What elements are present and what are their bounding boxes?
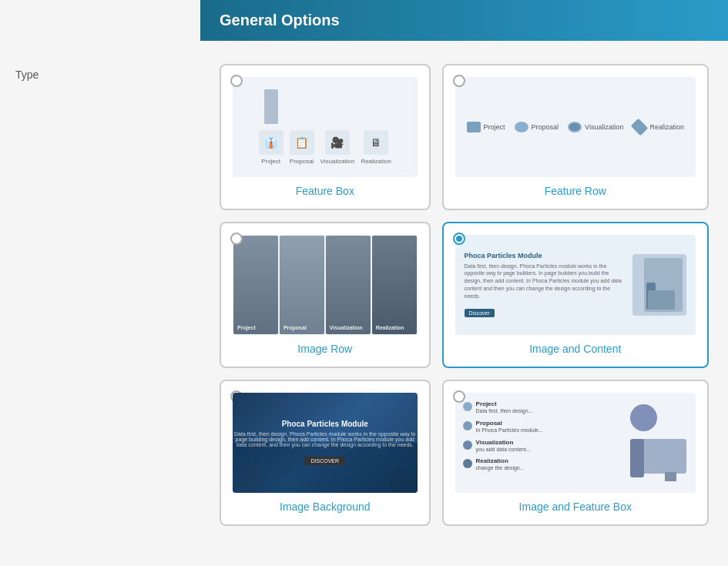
radio-image-feature-box[interactable]: [453, 390, 465, 403]
option-card-image-feature-box[interactable]: Project Data first, then design... Propo…: [442, 380, 709, 526]
radio-feature-box[interactable]: [230, 75, 243, 87]
option-card-image-row[interactable]: Project Proposal Visualization Realizati…: [220, 222, 431, 368]
preview-feature-box: 👔 Project 📋 Proposal 🎥 Visualization: [233, 77, 418, 177]
preview-image-background: Phoca Particles Module Data first, then …: [233, 393, 418, 493]
option-card-feature-box[interactable]: 👔 Project 📋 Proposal 🎥 Visualization: [220, 64, 431, 210]
radio-feature-row[interactable]: [453, 75, 465, 87]
ibg-btn[interactable]: DISCOVER: [304, 457, 345, 465]
ibg-title: Phoca Particles Module: [233, 420, 418, 428]
type-label: Type: [15, 61, 39, 81]
options-grid: 👔 Project 📋 Proposal 🎥 Visualization: [220, 64, 709, 526]
page-title: General Options: [220, 12, 709, 29]
preview-image-content: Phoca Particles Module Data first, then …: [455, 235, 696, 335]
label-feature-row: Feature Row: [545, 185, 606, 197]
label-image-row: Image Row: [297, 343, 352, 355]
ic-image: [632, 254, 686, 316]
label-image-content: Image and Content: [529, 343, 621, 355]
preview-image-feature-box: Project Data first, then design... Propo…: [455, 393, 696, 493]
main-content: 👔 Project 📋 Proposal 🎥 Visualization: [200, 56, 728, 545]
ic-discover-btn[interactable]: Discover: [465, 309, 495, 317]
label-image-background: Image Background: [280, 501, 371, 513]
radio-image-content[interactable]: [453, 233, 465, 245]
header: General Options: [200, 0, 728, 41]
ibg-body: Data first, then design. Phoca Particles…: [233, 431, 418, 447]
ic-body: Data first, then design. Phoca Particles…: [465, 263, 625, 300]
radio-image-row[interactable]: [230, 233, 243, 245]
option-card-feature-row[interactable]: Project Proposal Visualization Real: [442, 64, 709, 210]
sidebar: Type: [0, 56, 200, 545]
label-feature-box: Feature Box: [296, 185, 354, 197]
preview-feature-row: Project Proposal Visualization Real: [455, 77, 696, 177]
option-card-image-background[interactable]: Phoca Particles Module Data first, then …: [220, 380, 431, 526]
ic-title: Phoca Particles Module: [465, 252, 625, 260]
label-image-feature-box: Image and Feature Box: [519, 501, 632, 513]
preview-image-row: Project Proposal Visualization Realizati…: [233, 235, 418, 335]
option-card-image-content[interactable]: Phoca Particles Module Data first, then …: [442, 222, 709, 368]
